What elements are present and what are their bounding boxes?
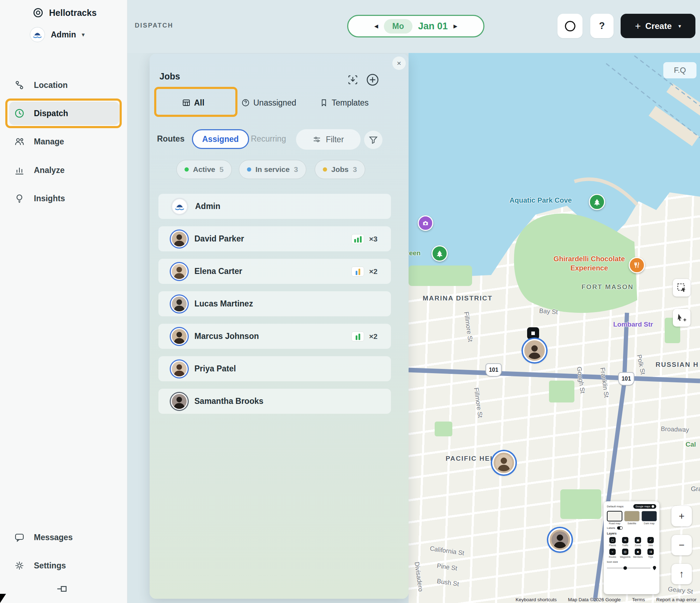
- question-mark-icon: ?: [599, 20, 605, 31]
- chevron-down-icon: ▾: [82, 31, 85, 38]
- layer-jobs[interactable]: ✓Jobs: [645, 537, 656, 547]
- chip-count: 5: [219, 165, 224, 174]
- layer-traffic[interactable]: ≋Traffic: [620, 537, 631, 547]
- view-tab-assigned[interactable]: Assigned: [192, 129, 249, 149]
- layer-zones[interactable]: ▣Zones: [632, 537, 644, 547]
- restaurant-marker[interactable]: [629, 257, 645, 273]
- sidebar-item-analyze[interactable]: Analyze: [9, 159, 119, 182]
- tab-label: Unassigned: [253, 98, 296, 108]
- bars-icon: [351, 332, 364, 341]
- photo-spot-marker[interactable]: [418, 215, 433, 231]
- chip-active[interactable]: Active 5: [176, 160, 232, 179]
- sidebar-item-settings[interactable]: Settings: [9, 554, 119, 577]
- filter-button[interactable]: Filter: [296, 129, 361, 150]
- member-row-admin[interactable]: Admin: [158, 194, 391, 219]
- close-panel-button[interactable]: ×: [392, 56, 406, 70]
- sidebar-item-insights[interactable]: Insights: [9, 187, 119, 210]
- style-dark-map[interactable]: Dark map: [641, 511, 657, 525]
- map-provider-toggle[interactable]: Google maps: [633, 504, 656, 509]
- sidebar-item-label: Analyze: [34, 166, 65, 175]
- prev-day-button[interactable]: ◂: [374, 22, 378, 30]
- zoom-in-button[interactable]: +: [671, 506, 692, 526]
- layer-waypoints[interactable]: ◎Waypoints: [620, 549, 631, 558]
- member-marker[interactable]: [492, 451, 515, 474]
- chip-in-service[interactable]: In service 3: [239, 160, 306, 179]
- map-label-grac-partial: Grac: [691, 485, 700, 493]
- next-day-button[interactable]: ▸: [453, 22, 457, 30]
- map-label-broadway: Broadway: [661, 425, 689, 434]
- member-row[interactable]: Lucas Martinez: [158, 291, 391, 316]
- zoom-out-button[interactable]: −: [671, 535, 692, 555]
- tab-all[interactable]: All: [182, 95, 204, 111]
- pin-sidebar-icon[interactable]: [55, 582, 69, 596]
- highway-101-shield: 101: [618, 372, 634, 386]
- member-row[interactable]: Marcus Johnson ×2: [158, 324, 391, 349]
- layer-routes[interactable]: ⌁Routes: [607, 549, 618, 558]
- chevron-down-icon: ▾: [678, 23, 681, 29]
- import-jobs-button[interactable]: [346, 73, 360, 87]
- chip-jobs[interactable]: Jobs 3: [315, 160, 365, 179]
- map-label-lombard: Lombard Str: [613, 321, 653, 328]
- terms-link[interactable]: Terms: [632, 597, 645, 602]
- member-name: Priya Patel: [194, 364, 236, 374]
- job-marker[interactable]: [527, 327, 539, 339]
- member-row[interactable]: Elena Carter ×2: [158, 259, 391, 284]
- date-label[interactable]: Jan 01: [418, 21, 448, 32]
- tab-templates[interactable]: Templates: [320, 95, 369, 111]
- map-canvas[interactable]: Aquatic Park Cove Ghirardelli Chocolate …: [409, 53, 700, 603]
- account-avatar: [30, 27, 45, 42]
- member-name: Samantha Brooks: [194, 396, 264, 406]
- jobs-badge: ×3: [351, 234, 378, 244]
- style-satellite[interactable]: Satellite: [624, 511, 640, 525]
- jobs-badge: ×2: [351, 332, 378, 341]
- sidebar-item-messages[interactable]: Messages: [9, 526, 119, 549]
- member-row[interactable]: Priya Patel: [158, 356, 391, 381]
- avatar: [171, 263, 188, 280]
- map-style-widget: Default maps Google maps Road map Satell…: [604, 501, 659, 594]
- funnel-filter-button[interactable]: [364, 131, 382, 149]
- map-label-green-partial: reen: [409, 249, 421, 257]
- labels-toggle[interactable]: [617, 526, 623, 530]
- layer-places[interactable]: ◻Places: [607, 537, 618, 547]
- sidebar-item-dispatch[interactable]: Dispatch: [9, 102, 119, 125]
- account-switcher[interactable]: Admin ▾: [30, 27, 85, 42]
- member-marker[interactable]: [523, 339, 546, 362]
- member-name: Elena Carter: [194, 267, 242, 276]
- member-row[interactable]: David Parker ×3: [158, 226, 391, 251]
- layer-members[interactable]: ☻Members: [632, 549, 644, 558]
- report-map-error-link[interactable]: Report a map error: [656, 597, 696, 602]
- member-row[interactable]: Samantha Brooks: [158, 389, 391, 414]
- sidebar-item-label: Settings: [34, 561, 66, 571]
- default-maps-label: Default maps: [607, 505, 623, 508]
- create-button[interactable]: + Create ▾: [621, 14, 695, 38]
- map-label-ghirardelli: Ghirardelli Chocolate Experience: [547, 254, 632, 273]
- layer-trips[interactable]: ⇉Trips: [645, 549, 656, 558]
- add-location-tool-button[interactable]: [673, 309, 690, 327]
- keyboard-shortcuts-link[interactable]: Keyboard shortcuts: [515, 597, 556, 602]
- chip-label: Jobs: [331, 165, 349, 174]
- mouse-cursor: [0, 594, 6, 603]
- recenter-button[interactable]: ↑: [671, 564, 692, 584]
- chip-count: 3: [294, 165, 298, 174]
- park-tree-marker[interactable]: [432, 245, 448, 262]
- member-marker[interactable]: [548, 528, 572, 551]
- sidebar-item-location[interactable]: Location: [9, 73, 119, 97]
- tab-unassigned[interactable]: Unassigned: [241, 95, 296, 111]
- assistant-button[interactable]: [557, 14, 583, 38]
- map-search-box[interactable]: F.Q: [663, 62, 696, 78]
- park-tree-marker[interactable]: [589, 194, 605, 210]
- add-job-button[interactable]: [366, 73, 380, 87]
- sidebar: Hellotracks Admin ▾ Location Dispatch: [0, 0, 127, 603]
- filter-lines-icon: [313, 135, 321, 144]
- chat-bubble-icon: [14, 532, 25, 543]
- help-button[interactable]: ?: [590, 14, 614, 38]
- layers-title: Layers: [607, 532, 656, 535]
- area-select-tool-button[interactable]: [673, 279, 690, 297]
- brand[interactable]: Hellotracks: [32, 7, 97, 18]
- view-tab-routes[interactable]: Routes: [157, 134, 185, 144]
- icon-size-slider[interactable]: [607, 568, 651, 568]
- style-road-map[interactable]: Road map: [607, 511, 622, 525]
- sidebar-item-manage[interactable]: Manage: [9, 130, 119, 153]
- view-tab-recurring[interactable]: Recurring: [251, 134, 286, 144]
- badge-count: ×2: [369, 332, 378, 341]
